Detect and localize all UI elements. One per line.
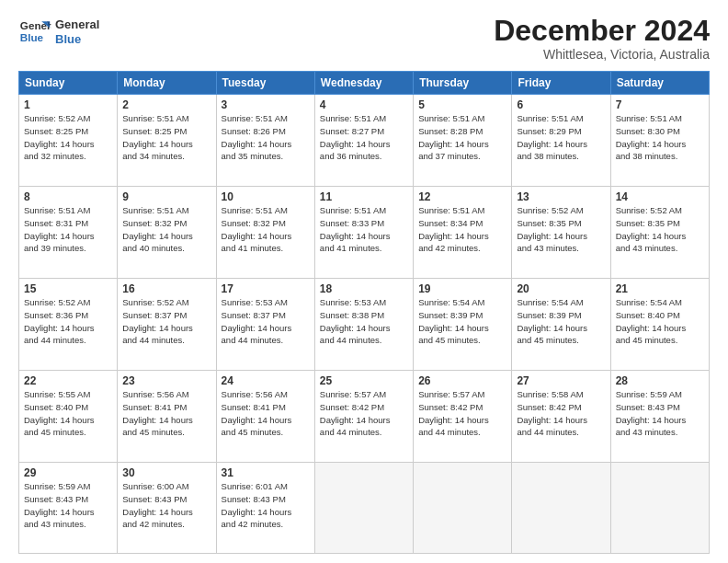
logo-text-blue: Blue <box>55 32 99 47</box>
calendar-cell: 30Sunrise: 6:00 AM Sunset: 8:43 PM Dayli… <box>118 463 216 554</box>
calendar-cell: 6Sunrise: 5:51 AM Sunset: 8:29 PM Daylig… <box>512 95 610 187</box>
day-number: 11 <box>320 190 408 203</box>
day-info: Sunrise: 5:51 AM Sunset: 8:31 PM Dayligh… <box>24 204 112 255</box>
day-number: 26 <box>418 374 506 387</box>
day-number: 12 <box>418 190 506 203</box>
calendar-cell: 27Sunrise: 5:58 AM Sunset: 8:42 PM Dayli… <box>512 371 610 463</box>
dow-header-tuesday: Tuesday <box>216 72 314 95</box>
calendar-cell: 22Sunrise: 5:55 AM Sunset: 8:40 PM Dayli… <box>19 371 118 463</box>
day-info: Sunrise: 5:54 AM Sunset: 8:39 PM Dayligh… <box>517 296 605 347</box>
calendar-cell <box>610 463 709 554</box>
day-number: 4 <box>320 98 408 111</box>
calendar-cell: 15Sunrise: 5:52 AM Sunset: 8:36 PM Dayli… <box>19 279 118 371</box>
day-info: Sunrise: 5:51 AM Sunset: 8:32 PM Dayligh… <box>122 204 210 255</box>
calendar-cell: 4Sunrise: 5:51 AM Sunset: 8:27 PM Daylig… <box>314 95 413 187</box>
day-number: 10 <box>222 190 310 203</box>
calendar-cell: 28Sunrise: 5:59 AM Sunset: 8:43 PM Dayli… <box>610 371 709 463</box>
day-number: 7 <box>616 98 704 111</box>
day-info: Sunrise: 5:53 AM Sunset: 8:37 PM Dayligh… <box>222 296 310 347</box>
day-number: 1 <box>24 98 112 111</box>
day-number: 16 <box>122 282 210 295</box>
calendar-cell: 24Sunrise: 5:56 AM Sunset: 8:41 PM Dayli… <box>216 371 314 463</box>
calendar-cell: 13Sunrise: 5:52 AM Sunset: 8:35 PM Dayli… <box>512 187 610 279</box>
day-info: Sunrise: 5:51 AM Sunset: 8:28 PM Dayligh… <box>418 112 506 163</box>
day-info: Sunrise: 5:51 AM Sunset: 8:29 PM Dayligh… <box>517 112 605 163</box>
day-info: Sunrise: 6:01 AM Sunset: 8:43 PM Dayligh… <box>222 480 310 531</box>
day-number: 18 <box>320 282 408 295</box>
day-number: 23 <box>122 374 210 387</box>
day-info: Sunrise: 5:51 AM Sunset: 8:33 PM Dayligh… <box>320 204 408 255</box>
day-number: 29 <box>24 466 112 479</box>
dow-header-wednesday: Wednesday <box>314 72 413 95</box>
calendar-cell <box>512 463 610 554</box>
calendar-cell: 2Sunrise: 5:51 AM Sunset: 8:25 PM Daylig… <box>118 95 216 187</box>
day-info: Sunrise: 5:52 AM Sunset: 8:35 PM Dayligh… <box>517 204 605 255</box>
day-info: Sunrise: 5:51 AM Sunset: 8:25 PM Dayligh… <box>122 112 210 163</box>
calendar-cell <box>414 463 512 554</box>
calendar-cell: 3Sunrise: 5:51 AM Sunset: 8:26 PM Daylig… <box>216 95 314 187</box>
calendar-cell: 19Sunrise: 5:54 AM Sunset: 8:39 PM Dayli… <box>414 279 512 371</box>
day-number: 15 <box>24 282 112 295</box>
day-info: Sunrise: 5:51 AM Sunset: 8:32 PM Dayligh… <box>222 204 310 255</box>
dow-header-monday: Monday <box>118 72 216 95</box>
dow-header-friday: Friday <box>512 72 610 95</box>
day-number: 14 <box>616 190 704 203</box>
day-number: 28 <box>616 374 704 387</box>
day-number: 21 <box>616 282 704 295</box>
header: General Blue General Blue December 2024 … <box>18 15 710 62</box>
day-info: Sunrise: 5:55 AM Sunset: 8:40 PM Dayligh… <box>24 388 112 439</box>
dow-header-thursday: Thursday <box>414 72 512 95</box>
calendar-cell: 20Sunrise: 5:54 AM Sunset: 8:39 PM Dayli… <box>512 279 610 371</box>
day-number: 13 <box>517 190 605 203</box>
calendar-cell: 11Sunrise: 5:51 AM Sunset: 8:33 PM Dayli… <box>314 187 413 279</box>
calendar-week-2: 8Sunrise: 5:51 AM Sunset: 8:31 PM Daylig… <box>19 187 710 279</box>
day-number: 20 <box>517 282 605 295</box>
day-info: Sunrise: 5:52 AM Sunset: 8:25 PM Dayligh… <box>24 112 112 163</box>
calendar-cell: 21Sunrise: 5:54 AM Sunset: 8:40 PM Dayli… <box>610 279 709 371</box>
calendar-cell: 9Sunrise: 5:51 AM Sunset: 8:32 PM Daylig… <box>118 187 216 279</box>
day-number: 25 <box>320 374 408 387</box>
logo-icon: General Blue <box>18 15 51 48</box>
calendar-cell: 25Sunrise: 5:57 AM Sunset: 8:42 PM Dayli… <box>314 371 413 463</box>
calendar-cell: 8Sunrise: 5:51 AM Sunset: 8:31 PM Daylig… <box>19 187 118 279</box>
day-number: 19 <box>418 282 506 295</box>
day-info: Sunrise: 5:51 AM Sunset: 8:26 PM Dayligh… <box>222 112 310 163</box>
day-number: 5 <box>418 98 506 111</box>
calendar-week-3: 15Sunrise: 5:52 AM Sunset: 8:36 PM Dayli… <box>19 279 710 371</box>
day-info: Sunrise: 5:52 AM Sunset: 8:35 PM Dayligh… <box>616 204 704 255</box>
dow-header-saturday: Saturday <box>610 72 709 95</box>
day-number: 2 <box>122 98 210 111</box>
calendar-table: SundayMondayTuesdayWednesdayThursdayFrid… <box>18 71 710 554</box>
calendar-cell: 10Sunrise: 5:51 AM Sunset: 8:32 PM Dayli… <box>216 187 314 279</box>
day-info: Sunrise: 5:51 AM Sunset: 8:34 PM Dayligh… <box>418 204 506 255</box>
day-info: Sunrise: 5:59 AM Sunset: 8:43 PM Dayligh… <box>24 480 112 531</box>
day-info: Sunrise: 5:53 AM Sunset: 8:38 PM Dayligh… <box>320 296 408 347</box>
calendar-week-5: 29Sunrise: 5:59 AM Sunset: 8:43 PM Dayli… <box>19 463 710 554</box>
svg-text:Blue: Blue <box>20 31 44 43</box>
calendar-cell: 18Sunrise: 5:53 AM Sunset: 8:38 PM Dayli… <box>314 279 413 371</box>
calendar-cell: 23Sunrise: 5:56 AM Sunset: 8:41 PM Dayli… <box>118 371 216 463</box>
day-number: 3 <box>222 98 310 111</box>
day-info: Sunrise: 6:00 AM Sunset: 8:43 PM Dayligh… <box>122 480 210 531</box>
day-info: Sunrise: 5:52 AM Sunset: 8:36 PM Dayligh… <box>24 296 112 347</box>
calendar-cell: 31Sunrise: 6:01 AM Sunset: 8:43 PM Dayli… <box>216 463 314 554</box>
day-number: 22 <box>24 374 112 387</box>
calendar-cell <box>314 463 413 554</box>
day-info: Sunrise: 5:54 AM Sunset: 8:39 PM Dayligh… <box>418 296 506 347</box>
day-info: Sunrise: 5:52 AM Sunset: 8:37 PM Dayligh… <box>122 296 210 347</box>
day-number: 6 <box>517 98 605 111</box>
day-info: Sunrise: 5:51 AM Sunset: 8:30 PM Dayligh… <box>616 112 704 163</box>
day-info: Sunrise: 5:57 AM Sunset: 8:42 PM Dayligh… <box>418 388 506 439</box>
day-number: 30 <box>122 466 210 479</box>
day-info: Sunrise: 5:59 AM Sunset: 8:43 PM Dayligh… <box>616 388 704 439</box>
day-number: 8 <box>24 190 112 203</box>
logo-text-general: General <box>55 17 99 32</box>
calendar-cell: 7Sunrise: 5:51 AM Sunset: 8:30 PM Daylig… <box>610 95 709 187</box>
day-info: Sunrise: 5:57 AM Sunset: 8:42 PM Dayligh… <box>320 388 408 439</box>
page: General Blue General Blue December 2024 … <box>0 0 728 563</box>
calendar-cell: 1Sunrise: 5:52 AM Sunset: 8:25 PM Daylig… <box>19 95 118 187</box>
month-title: December 2024 <box>494 15 710 47</box>
day-info: Sunrise: 5:58 AM Sunset: 8:42 PM Dayligh… <box>517 388 605 439</box>
day-number: 9 <box>122 190 210 203</box>
day-number: 31 <box>222 466 310 479</box>
